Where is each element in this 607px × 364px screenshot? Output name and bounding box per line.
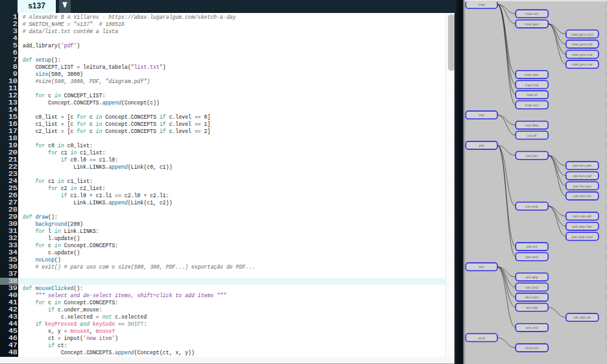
svg-text:mat.ope: mat.ope	[525, 72, 539, 77]
svg-text:pst.oop.her: pst.oop.her	[573, 224, 593, 228]
svg-text:mat.geo.ver: mat.geo.ver	[572, 62, 593, 66]
svg-text:pst.fun.par: pst.fun.par	[573, 163, 591, 167]
svg-text:mat: mat	[478, 2, 486, 6]
svg-text:pst.fun: pst.fun	[526, 153, 538, 158]
svg-text:sin.arg: sin.arg	[526, 274, 538, 279]
svg-text:mat.rnd: mat.rnd	[525, 82, 539, 87]
svg-text:snd: snd	[478, 335, 485, 340]
svg-text:mat.geo: mat.geo	[525, 21, 539, 26]
svg-text:sin.com: sin.com	[525, 295, 539, 299]
svg-text:pst.oop.met: pst.oop.met	[572, 234, 593, 239]
svg-text:sin.ord: sin.ord	[526, 325, 538, 330]
svg-text:mat.cur: mat.cur	[525, 11, 538, 16]
svg-text:sin: sin	[479, 264, 484, 269]
svg-text:pst.oop.atr: pst.oop.atr	[573, 213, 591, 218]
svg-text:pst.rcr: pst.rcr	[526, 244, 538, 249]
svg-text:mat.geo.coo: mat.geo.coo	[571, 32, 593, 36]
svg-text:pst.sml: pst.sml	[526, 254, 538, 259]
svg-text:out.fil: out.fil	[527, 133, 537, 138]
svg-text:pst.fun.prc: pst.fun.prc	[573, 184, 592, 188]
svg-text:out.dba: out.dba	[525, 123, 539, 127]
svg-text:sin.cnd: sin.cnd	[526, 285, 539, 289]
svg-text:pst.fun.par: pst.fun.par	[573, 173, 591, 178]
svg-text:sin.dat: sin.dat	[526, 305, 538, 309]
svg-text:mat.geo.cor: mat.geo.cor	[572, 42, 593, 46]
svg-text:pst: pst	[479, 143, 484, 147]
svg-text:mat.geo.cur: mat.geo.cur	[572, 52, 593, 56]
svg-text:pst.oop: pst.oop	[525, 204, 539, 208]
svg-text:pst.fun.rtn: pst.fun.rtn	[573, 193, 591, 198]
svg-text:mat.tri: mat.tri	[526, 92, 538, 97]
svg-text:sin.dat.str: sin.dat.str	[574, 315, 591, 319]
svg-text:snd.out: snd.out	[525, 345, 538, 350]
svg-text:out: out	[479, 112, 485, 117]
svg-text:mat.vec: mat.vec	[525, 103, 539, 107]
